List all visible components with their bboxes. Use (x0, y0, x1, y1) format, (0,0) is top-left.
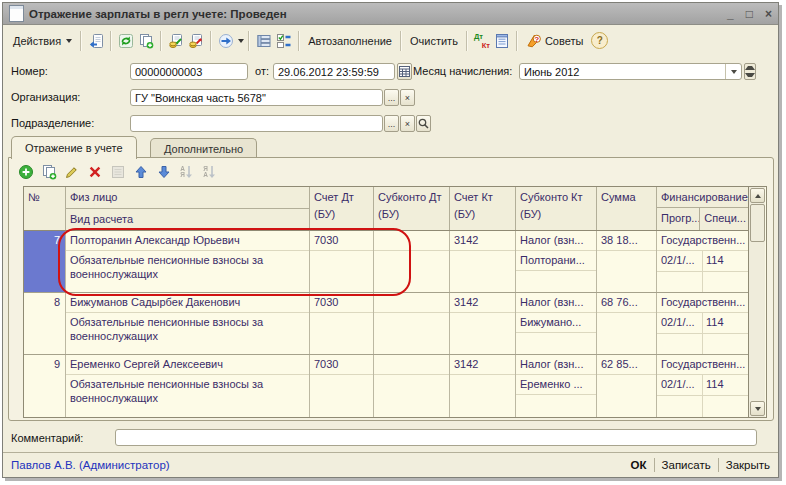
dtkt-postings-button[interactable]: ДтКт (474, 33, 490, 49)
close-button[interactable]: × (765, 9, 772, 19)
sum-cell[interactable]: 62 85... (597, 355, 657, 417)
tab-additional[interactable]: Дополнительно (150, 138, 257, 158)
date-prefix-label: от: (255, 65, 269, 77)
department-input[interactable] (130, 115, 383, 132)
actions-menu-button[interactable]: Действия (9, 33, 76, 49)
add-row-button[interactable] (17, 164, 34, 181)
account-dt-cell[interactable]: 7030 (310, 355, 374, 417)
subconto-kt-cell[interactable]: Налог (взн...Полторани... (516, 231, 597, 292)
delete-row-button[interactable] (86, 164, 103, 181)
screenshot-root: Отражение зарплаты в регл учете: Проведе… (0, 0, 786, 485)
table-row[interactable]: 7 Полторанин Александр Юрьевич Обязатель… (24, 231, 748, 293)
document-structure-button[interactable] (256, 33, 272, 49)
subconto-dt-cell[interactable] (374, 231, 450, 292)
comment-input[interactable] (115, 429, 757, 446)
financing-cell[interactable]: Государственн... 02/1/...114 (657, 293, 748, 354)
organization-select-button[interactable]: ... (384, 89, 399, 106)
minimize-button[interactable]: _ (727, 9, 734, 19)
copy-document-button[interactable] (138, 33, 154, 49)
sort-ascending-button[interactable]: АЯ (178, 164, 195, 181)
save-button[interactable]: Записать (662, 459, 711, 471)
header-financing[interactable]: Финансирование Прогр...Специ... (657, 187, 748, 230)
row-number-cell[interactable]: 7 (24, 231, 66, 292)
goto-button[interactable] (218, 33, 234, 49)
spin-down-icon[interactable] (745, 72, 755, 80)
write-document-button[interactable] (88, 33, 104, 49)
subconto-dt-cell[interactable] (374, 293, 450, 354)
organization-clear-button[interactable]: × (400, 89, 415, 106)
date-input[interactable] (273, 63, 395, 80)
header-account-kt[interactable]: Счет Кт(БУ) (450, 187, 516, 230)
unpost-document-button[interactable] (188, 33, 204, 49)
account-kt-cell[interactable]: 3142 (450, 231, 516, 292)
calc-type: Обязательные пенсионные взносы за военно… (66, 251, 309, 281)
autofill-button[interactable]: Автозаполнение (304, 33, 396, 49)
actions-label: Действия (13, 35, 61, 47)
month-spinner[interactable] (744, 63, 756, 80)
calendar-button[interactable] (397, 63, 412, 80)
settings-list-button[interactable] (276, 33, 292, 49)
organization-input[interactable] (130, 89, 383, 106)
refresh-button[interactable] (118, 33, 134, 49)
financing-cell[interactable]: Государственн... 02/1/...114 (657, 355, 748, 417)
add-icon (18, 164, 34, 180)
close-form-button[interactable]: Закрыть (726, 459, 770, 471)
person-cell[interactable]: Еременко Сергей Алексеевич Обязательные … (66, 355, 310, 417)
toolbar-separator (110, 31, 112, 51)
header-person[interactable]: Физ лицо Вид расчета (66, 187, 310, 230)
person-cell[interactable]: Полторанин Александр Юрьевич Обязательны… (66, 231, 310, 292)
copy-row-button[interactable] (40, 164, 57, 181)
advice-button[interactable]: ? Советы (522, 31, 587, 51)
goto-dropdown-icon[interactable] (238, 39, 244, 43)
toolbar-separator (248, 31, 250, 51)
month-combo[interactable]: Июнь 2012 (519, 63, 742, 80)
header-subconto-kt[interactable]: Субконто Кт(БУ) (516, 187, 597, 230)
subconto-kt-cell[interactable]: Налог (взн...Еременко ... (516, 355, 597, 417)
department-search-button[interactable] (416, 115, 431, 132)
ok-button[interactable]: ОК (631, 459, 647, 471)
scroll-up-button[interactable] (750, 188, 765, 203)
month-dropdown-icon[interactable] (725, 64, 741, 79)
subconto-kt-cell[interactable]: Налог (взн...Бижумано... (516, 293, 597, 354)
scroll-down-button[interactable] (750, 401, 765, 416)
department-select-button[interactable]: ... (384, 115, 399, 132)
table-row[interactable]: 9 Еременко Сергей Алексеевич Обязательны… (24, 355, 748, 417)
account-kt-cell[interactable]: 3142 (450, 355, 516, 417)
button-divider (718, 458, 719, 472)
sum-cell[interactable]: 68 76... (597, 293, 657, 354)
department-clear-button[interactable]: × (400, 115, 415, 132)
subconto-dt-cell[interactable] (374, 355, 450, 417)
move-row-down-button[interactable] (155, 164, 172, 181)
row-number-cell[interactable]: 8 (24, 293, 66, 354)
end-edit-button[interactable] (109, 164, 126, 181)
checkbox-list-icon (276, 33, 292, 49)
header-subconto-dt[interactable]: Субконто Дт(БУ) (374, 187, 450, 230)
report-icon (494, 33, 510, 49)
financing-cell[interactable]: Государственн... 02/1/...114 (657, 231, 748, 292)
post-document-button[interactable] (168, 33, 184, 49)
number-input[interactable] (130, 63, 248, 80)
main-toolbar: Действия Автозаполнение Очистить ДтКт ? … (4, 26, 777, 55)
tab-reflection[interactable]: Отражение в учете (11, 136, 137, 159)
sort-descending-button[interactable]: ЯА (201, 164, 218, 181)
header-sum[interactable]: Сумма (597, 187, 657, 230)
maximize-button[interactable]: □ (746, 9, 753, 19)
tab-reflection-label: Отражение в учете (25, 142, 123, 154)
account-kt-cell[interactable]: 3142 (450, 293, 516, 354)
header-num[interactable]: № (24, 187, 66, 230)
row-number-cell[interactable]: 9 (24, 355, 66, 417)
table-row[interactable]: 8 Бижуманов Садырбек Дакенович Обязатель… (24, 293, 748, 355)
table-scrollbar[interactable] (748, 187, 765, 417)
spin-up-icon[interactable] (745, 64, 755, 72)
account-dt-cell[interactable]: 7030 (310, 293, 374, 354)
account-dt-cell[interactable]: 7030 (310, 231, 374, 292)
edit-row-button[interactable] (63, 164, 80, 181)
move-row-up-button[interactable] (132, 164, 149, 181)
clear-button[interactable]: Очистить (406, 33, 462, 49)
help-button[interactable]: ? (591, 32, 608, 49)
sum-cell[interactable]: 38 18... (597, 231, 657, 292)
person-cell[interactable]: Бижуманов Садырбек Дакенович Обязательны… (66, 293, 310, 354)
header-account-dt[interactable]: Счет Дт(БУ) (310, 187, 374, 230)
report-button[interactable] (494, 33, 510, 49)
scroll-thumb[interactable] (750, 204, 765, 242)
